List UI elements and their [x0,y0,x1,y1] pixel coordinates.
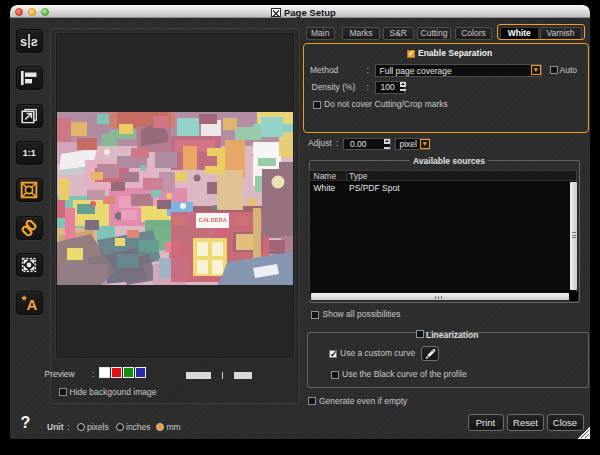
svg-text:A: A [27,296,38,312]
svg-text:s: s [20,34,27,49]
svg-text:s: s [31,34,38,49]
